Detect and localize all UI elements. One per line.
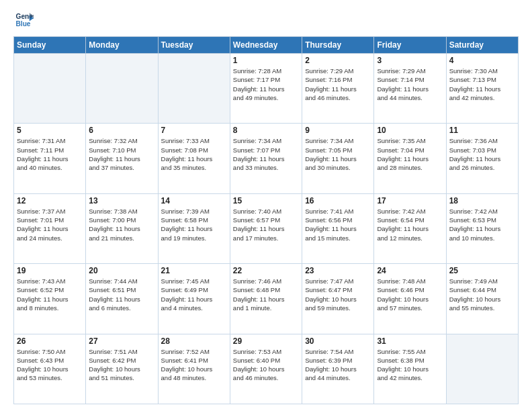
day-info: Sunrise: 7:40 AM Sunset: 6:57 PM Dayligh… — [233, 207, 299, 242]
calendar-cell: 18Sunrise: 7:42 AM Sunset: 6:53 PM Dayli… — [446, 193, 518, 263]
calendar-cell: 26Sunrise: 7:50 AM Sunset: 6:43 PM Dayli… — [14, 334, 86, 404]
header: General Blue — [13, 11, 519, 30]
day-info: Sunrise: 7:46 AM Sunset: 6:48 PM Dayligh… — [233, 277, 299, 312]
day-number: 8 — [233, 126, 299, 135]
day-info: Sunrise: 7:55 AM Sunset: 6:38 PM Dayligh… — [377, 347, 443, 383]
weekday-header-friday: Friday — [374, 37, 446, 54]
day-number: 19 — [17, 266, 83, 275]
day-info: Sunrise: 7:36 AM Sunset: 7:03 PM Dayligh… — [449, 136, 515, 172]
day-info: Sunrise: 7:43 AM Sunset: 6:52 PM Dayligh… — [17, 277, 83, 312]
calendar-cell: 31Sunrise: 7:55 AM Sunset: 6:38 PM Dayli… — [374, 334, 446, 404]
calendar-cell: 6Sunrise: 7:32 AM Sunset: 7:10 PM Daylig… — [86, 124, 158, 193]
day-number: 28 — [161, 336, 227, 346]
day-info: Sunrise: 7:37 AM Sunset: 7:01 PM Dayligh… — [17, 207, 83, 242]
calendar-cell: 16Sunrise: 7:41 AM Sunset: 6:56 PM Dayli… — [302, 193, 374, 263]
day-info: Sunrise: 7:39 AM Sunset: 6:58 PM Dayligh… — [161, 207, 227, 242]
day-number: 3 — [377, 56, 443, 65]
day-number: 20 — [89, 266, 154, 275]
day-number: 6 — [89, 126, 154, 135]
weekday-header-tuesday: Tuesday — [158, 37, 230, 54]
calendar-cell: 9Sunrise: 7:34 AM Sunset: 7:05 PM Daylig… — [302, 124, 374, 193]
day-info: Sunrise: 7:54 AM Sunset: 6:39 PM Dayligh… — [305, 347, 371, 383]
day-number: 17 — [377, 196, 443, 205]
calendar-cell: 8Sunrise: 7:34 AM Sunset: 7:07 PM Daylig… — [230, 124, 302, 193]
calendar-cell: 14Sunrise: 7:39 AM Sunset: 6:58 PM Dayli… — [158, 193, 230, 263]
day-number: 10 — [377, 126, 443, 135]
calendar-cell: 23Sunrise: 7:47 AM Sunset: 6:47 PM Dayli… — [302, 264, 374, 334]
day-info: Sunrise: 7:34 AM Sunset: 7:05 PM Dayligh… — [305, 136, 371, 172]
calendar-cell: 24Sunrise: 7:48 AM Sunset: 6:46 PM Dayli… — [374, 264, 446, 334]
day-info: Sunrise: 7:53 AM Sunset: 6:40 PM Dayligh… — [233, 347, 299, 383]
weekday-header-saturday: Saturday — [446, 37, 518, 54]
calendar-cell: 2Sunrise: 7:29 AM Sunset: 7:16 PM Daylig… — [302, 54, 374, 124]
svg-text:Blue: Blue — [16, 20, 31, 28]
calendar-cell: 21Sunrise: 7:45 AM Sunset: 6:49 PM Dayli… — [158, 264, 230, 334]
weekday-header-wednesday: Wednesday — [230, 37, 302, 54]
day-number: 12 — [17, 196, 83, 205]
weekday-header-thursday: Thursday — [302, 37, 374, 54]
calendar-cell: 25Sunrise: 7:49 AM Sunset: 6:44 PM Dayli… — [446, 264, 518, 334]
calendar-cell: 20Sunrise: 7:44 AM Sunset: 6:51 PM Dayli… — [86, 264, 158, 334]
calendar-cell: 1Sunrise: 7:28 AM Sunset: 7:17 PM Daylig… — [230, 54, 302, 124]
day-info: Sunrise: 7:28 AM Sunset: 7:17 PM Dayligh… — [233, 66, 299, 102]
day-number: 30 — [305, 336, 371, 346]
day-number: 27 — [89, 336, 154, 346]
day-info: Sunrise: 7:30 AM Sunset: 7:13 PM Dayligh… — [449, 66, 515, 102]
day-number: 4 — [449, 56, 515, 65]
day-number: 26 — [17, 336, 83, 346]
day-number: 24 — [377, 266, 443, 275]
day-info: Sunrise: 7:31 AM Sunset: 7:11 PM Dayligh… — [17, 136, 83, 172]
calendar-cell: 7Sunrise: 7:33 AM Sunset: 7:08 PM Daylig… — [158, 124, 230, 193]
calendar-cell: 22Sunrise: 7:46 AM Sunset: 6:48 PM Dayli… — [230, 264, 302, 334]
day-number: 16 — [305, 196, 371, 205]
day-info: Sunrise: 7:35 AM Sunset: 7:04 PM Dayligh… — [377, 136, 443, 172]
day-number: 7 — [161, 126, 227, 135]
calendar-cell: 27Sunrise: 7:51 AM Sunset: 6:42 PM Dayli… — [86, 334, 158, 404]
day-number: 9 — [305, 126, 371, 135]
day-info: Sunrise: 7:41 AM Sunset: 6:56 PM Dayligh… — [305, 207, 371, 242]
calendar-cell — [86, 54, 158, 124]
calendar-cell: 3Sunrise: 7:29 AM Sunset: 7:14 PM Daylig… — [374, 54, 446, 124]
calendar-cell — [158, 54, 230, 124]
calendar-cell: 17Sunrise: 7:42 AM Sunset: 6:54 PM Dayli… — [374, 193, 446, 263]
day-info: Sunrise: 7:52 AM Sunset: 6:41 PM Dayligh… — [161, 347, 227, 383]
day-info: Sunrise: 7:33 AM Sunset: 7:08 PM Dayligh… — [161, 136, 227, 172]
day-info: Sunrise: 7:29 AM Sunset: 7:14 PM Dayligh… — [377, 66, 443, 102]
calendar-cell: 10Sunrise: 7:35 AM Sunset: 7:04 PM Dayli… — [374, 124, 446, 193]
page: General Blue SundayMondayTuesdayWednesda… — [0, 0, 532, 411]
day-number: 31 — [377, 336, 443, 346]
weekday-header-monday: Monday — [86, 37, 158, 54]
weekday-header-sunday: Sunday — [14, 37, 86, 54]
day-number: 25 — [449, 266, 515, 275]
day-info: Sunrise: 7:34 AM Sunset: 7:07 PM Dayligh… — [233, 136, 299, 172]
day-number: 29 — [233, 336, 299, 346]
calendar-cell — [14, 54, 86, 124]
calendar-cell: 29Sunrise: 7:53 AM Sunset: 6:40 PM Dayli… — [230, 334, 302, 404]
day-info: Sunrise: 7:29 AM Sunset: 7:16 PM Dayligh… — [305, 66, 371, 102]
day-info: Sunrise: 7:38 AM Sunset: 7:00 PM Dayligh… — [89, 207, 154, 242]
day-number: 21 — [161, 266, 227, 275]
day-info: Sunrise: 7:45 AM Sunset: 6:49 PM Dayligh… — [161, 277, 227, 312]
calendar-cell: 30Sunrise: 7:54 AM Sunset: 6:39 PM Dayli… — [302, 334, 374, 404]
calendar-cell: 19Sunrise: 7:43 AM Sunset: 6:52 PM Dayli… — [14, 264, 86, 334]
day-info: Sunrise: 7:42 AM Sunset: 6:53 PM Dayligh… — [449, 207, 515, 242]
day-info: Sunrise: 7:49 AM Sunset: 6:44 PM Dayligh… — [449, 277, 515, 312]
calendar-cell: 11Sunrise: 7:36 AM Sunset: 7:03 PM Dayli… — [446, 124, 518, 193]
day-number: 5 — [17, 126, 83, 135]
logo-icon: General Blue — [15, 11, 34, 30]
day-number: 14 — [161, 196, 227, 205]
day-info: Sunrise: 7:48 AM Sunset: 6:46 PM Dayligh… — [377, 277, 443, 312]
day-info: Sunrise: 7:42 AM Sunset: 6:54 PM Dayligh… — [377, 207, 443, 242]
day-number: 23 — [305, 266, 371, 275]
calendar-cell: 12Sunrise: 7:37 AM Sunset: 7:01 PM Dayli… — [14, 193, 86, 263]
calendar-cell: 5Sunrise: 7:31 AM Sunset: 7:11 PM Daylig… — [14, 124, 86, 193]
day-number: 13 — [89, 196, 154, 205]
calendar-cell — [446, 334, 518, 404]
day-number: 15 — [233, 196, 299, 205]
calendar-cell: 28Sunrise: 7:52 AM Sunset: 6:41 PM Dayli… — [158, 334, 230, 404]
day-info: Sunrise: 7:44 AM Sunset: 6:51 PM Dayligh… — [89, 277, 154, 312]
day-number: 1 — [233, 56, 299, 65]
calendar-cell: 15Sunrise: 7:40 AM Sunset: 6:57 PM Dayli… — [230, 193, 302, 263]
day-info: Sunrise: 7:51 AM Sunset: 6:42 PM Dayligh… — [89, 347, 154, 383]
day-info: Sunrise: 7:47 AM Sunset: 6:47 PM Dayligh… — [305, 277, 371, 312]
